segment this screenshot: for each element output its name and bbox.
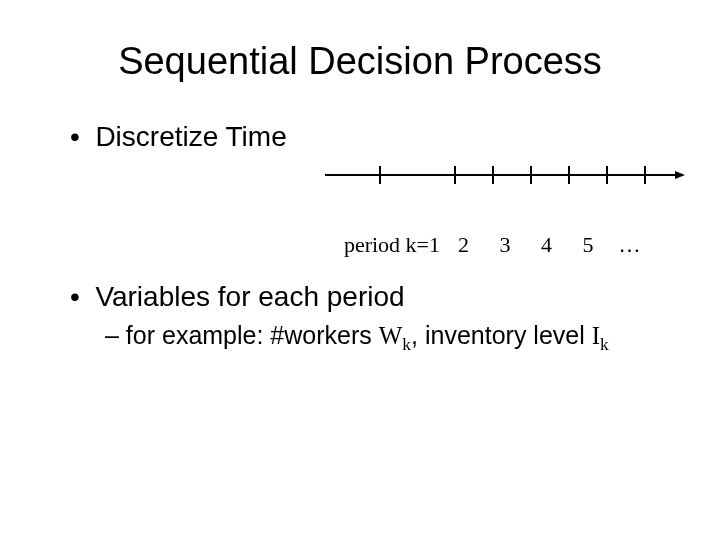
timeline-label-3: 3 [487,232,523,258]
bullet-variables-text: Variables for each period [95,281,404,312]
timeline-axis-icon [325,160,685,190]
bullet-discretize-text: Discretize Time [95,121,286,152]
timeline-label-period: period k=1 [305,232,440,258]
example-prefix: for example: #workers [126,321,379,349]
var-w: W [379,322,403,349]
sub-bullet-example: – for example: #workers Wk, inventory le… [105,321,670,355]
timeline-label-dots: … [612,232,648,258]
timeline-labels: period k=1 2 3 4 5 … [325,232,685,258]
svg-marker-1 [675,171,685,179]
example-mid: , inventory level [411,321,592,349]
timeline: period k=1 2 3 4 5 … [325,160,685,258]
timeline-label-5: 5 [570,232,606,258]
var-i-sub: k [600,334,609,354]
var-w-sub: k [402,334,411,354]
bullet-variables: • Variables for each period [70,281,670,313]
bullet-discretize: • Discretize Time [70,121,287,153]
page-title: Sequential Decision Process [50,40,670,83]
timeline-label-2: 2 [446,232,482,258]
timeline-label-4: 4 [529,232,565,258]
var-i: I [592,322,600,349]
